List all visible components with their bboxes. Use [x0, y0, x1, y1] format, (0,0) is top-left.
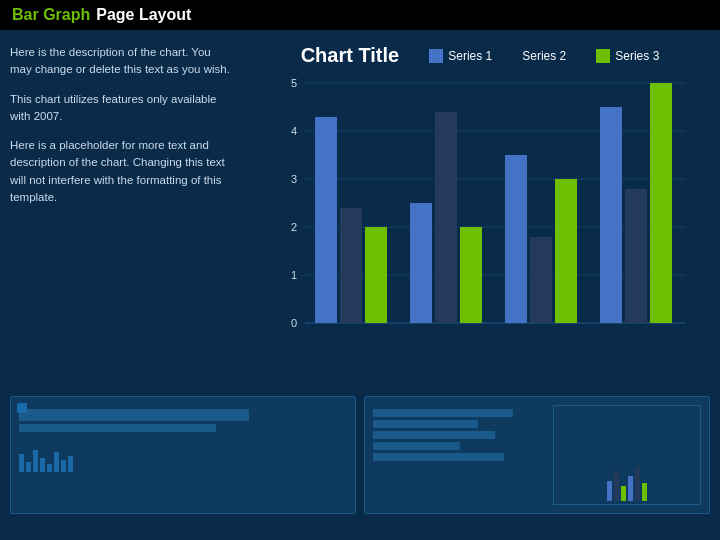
- left-panel: Here is the description of the chart. Yo…: [10, 44, 240, 384]
- t2-bar5: [635, 466, 640, 501]
- bar-cat1-s1: [315, 117, 337, 323]
- t2-line2: [373, 420, 478, 428]
- thumb-line-1a: [19, 409, 249, 421]
- legend-series1: Series 1: [429, 49, 492, 63]
- t1b6: [54, 452, 59, 472]
- legend-label-series1: Series 1: [448, 49, 492, 63]
- t2-line1: [373, 409, 513, 417]
- thumb-2-chart: [553, 405, 701, 505]
- bottom-thumbnails: [0, 390, 720, 520]
- legend-box-series3: [596, 49, 610, 63]
- chart-title: Chart Title: [301, 44, 400, 67]
- t2-line5: [373, 453, 504, 461]
- bar-cat2-s3: [460, 227, 482, 323]
- t1b1: [19, 454, 24, 472]
- title-bar: Bar Graph Page Layout: [0, 0, 720, 30]
- t1b5: [47, 464, 52, 472]
- bar-cat4-s2: [625, 189, 647, 323]
- bar-cat4-s3: [650, 83, 672, 323]
- t2-bar3: [621, 486, 626, 501]
- chart-description-2: This chart utilizes features only availa…: [10, 91, 232, 126]
- svg-text:2: 2: [291, 221, 297, 233]
- thumb-inner-1: [19, 405, 347, 505]
- bar-cat3-s1: [505, 155, 527, 323]
- cat4-label: Category 4: [610, 331, 664, 333]
- t1b4: [40, 458, 45, 472]
- chart-area: Chart Title Series 1 Series 2 Series 3: [250, 44, 710, 384]
- thumbnail-2: [364, 396, 710, 514]
- thumb-2-content: [373, 405, 701, 505]
- t1b8: [68, 456, 73, 472]
- svg-text:0: 0: [291, 317, 297, 329]
- t1b3: [33, 450, 38, 472]
- bar-cat3-s2: [530, 237, 552, 323]
- thumb-lines-1: [19, 409, 347, 432]
- cat1-label: Category 1: [325, 331, 379, 333]
- legend-series2-label: Series 2: [522, 49, 566, 63]
- chart-description-1: Here is the description of the chart. Yo…: [10, 44, 232, 79]
- bar-cat2-s1: [410, 203, 432, 323]
- chart-description-3: Here is a placeholder for more text and …: [10, 137, 232, 206]
- bar-cat1-s2: [340, 208, 362, 323]
- t2-bar2: [614, 471, 619, 501]
- bar-chart-svg: 5 4 3 2 1 0: [250, 73, 710, 333]
- title-bar-highlight: Bar Graph: [12, 6, 90, 24]
- svg-text:5: 5: [291, 77, 297, 89]
- thumb-dot-1: [17, 403, 27, 413]
- bar-cat4-s1: [600, 107, 622, 323]
- chart-svg: 5 4 3 2 1 0: [250, 73, 710, 384]
- bar-cat3-s3: [555, 179, 577, 323]
- t2-bar4: [628, 476, 633, 501]
- svg-text:3: 3: [291, 173, 297, 185]
- svg-text:1: 1: [291, 269, 297, 281]
- thumb-2-left: [373, 405, 547, 505]
- cat2-label: Category 2: [420, 331, 474, 333]
- title-bar-text: Page Layout: [96, 6, 191, 24]
- thumb-bars-1: [19, 442, 347, 472]
- thumb-inner-2: [373, 405, 701, 505]
- t1b7: [61, 460, 66, 472]
- bar-cat1-s3: [365, 227, 387, 323]
- bar-cat2-s2: [435, 112, 457, 323]
- thumbnail-1: [10, 396, 356, 514]
- cat3-label: Category 3: [515, 331, 569, 333]
- legend-label-series3: Series 3: [615, 49, 659, 63]
- t2-line4: [373, 442, 460, 450]
- svg-text:4: 4: [291, 125, 297, 137]
- t2-bar1: [607, 481, 612, 501]
- main-content: Here is the description of the chart. Yo…: [0, 30, 720, 390]
- chart-header: Chart Title Series 1 Series 2 Series 3: [250, 44, 710, 67]
- legend-series3: Series 3: [596, 49, 659, 63]
- thumb-line-1b: [19, 424, 216, 432]
- legend-box-series1: [429, 49, 443, 63]
- t2-line3: [373, 431, 495, 439]
- t1b2: [26, 462, 31, 472]
- t2-bar6: [642, 483, 647, 501]
